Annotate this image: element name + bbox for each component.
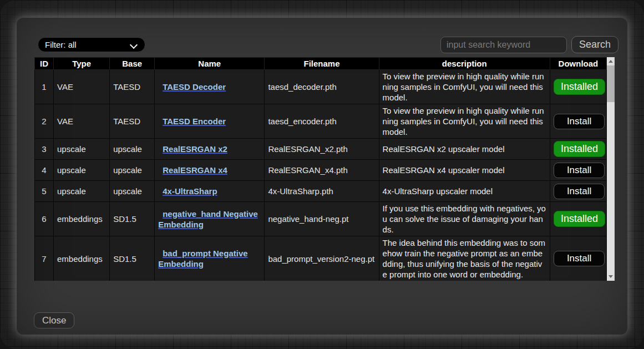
cell-download: Install [550, 181, 606, 202]
cell-name: negative_hand Negative Embedding [155, 202, 265, 236]
cell-type: upscale [54, 160, 110, 181]
cell-filename: RealESRGAN_x2.pth [265, 139, 379, 160]
cell-name: RealESRGAN x2 [155, 139, 265, 160]
cell-download: Install [550, 104, 606, 139]
cell-id: 1 [35, 70, 54, 104]
cell-id: 4 [35, 160, 54, 181]
install-button[interactable]: Install [554, 251, 605, 266]
install-button[interactable]: Install [554, 114, 605, 129]
model-name-link[interactable]: RealESRGAN x2 [163, 144, 227, 154]
cell-name: TAESD Decoder [155, 70, 265, 104]
filter-select-value: Filter: all [45, 40, 77, 49]
cell-type: embeddings [54, 236, 110, 281]
model-name-link[interactable]: TAESD Decoder [163, 82, 226, 92]
column-header-name: Name [155, 58, 265, 70]
comfyui-canvas-background: Filter: all Search IDTypeBaseNameFilenam… [0, 0, 644, 349]
table-row: 5upscaleupscale4x-UltraSharp4x-UltraShar… [35, 181, 607, 202]
column-header-id: ID [35, 58, 54, 70]
scrollbar-thumb[interactable] [607, 65, 615, 102]
install-button[interactable]: Install [554, 163, 605, 178]
cell-type: upscale [54, 139, 110, 160]
table-row: 7embeddingsSD1.5bad_prompt Negative Embe… [35, 236, 607, 281]
search-button[interactable]: Search [571, 36, 618, 53]
table-row: 4upscaleupscaleRealESRGAN x4RealESRGAN_x… [35, 160, 607, 181]
model-name-link[interactable]: bad_prompt Negative Embedding [158, 249, 247, 269]
cell-description: The idea behind this embedding was to so… [379, 236, 550, 281]
cell-description: If you use this embedding with negatives… [379, 202, 550, 236]
cell-filename: 4x-UltraSharp.pth [265, 181, 379, 202]
cell-type: embeddings [54, 202, 110, 236]
table-row: 2VAETAESDTAESD Encodertaesd_encoder.pthT… [35, 104, 607, 139]
cell-description: 4x-UltraSharp upscaler model [379, 181, 550, 202]
cell-id: 6 [35, 202, 54, 236]
cell-type: upscale [54, 181, 110, 202]
column-header-description: description [379, 58, 550, 70]
install-button[interactable]: Install [554, 184, 605, 199]
cell-id: 7 [35, 236, 54, 281]
cell-base: upscale [110, 181, 155, 202]
scrollbar-up-button[interactable] [607, 57, 615, 65]
cell-name: 4x-UltraSharp [155, 181, 265, 202]
cell-base: SD1.5 [110, 202, 155, 236]
model-name-link[interactable]: negative_hand Negative Embedding [158, 209, 258, 229]
cell-name: bad_prompt Negative Embedding [155, 236, 265, 281]
cell-description: RealESRGAN x2 upscaler model [379, 139, 550, 160]
chevron-down-icon [130, 41, 138, 49]
cell-base: TAESD [110, 70, 155, 104]
column-header-base: Base [110, 58, 155, 70]
arrow-down-icon [608, 275, 613, 278]
cell-description: To view the preview in high quality whil… [379, 70, 550, 104]
column-header-download: Download [550, 58, 606, 70]
scrollbar-down-button[interactable] [607, 272, 615, 281]
cell-filename: negative_hand-neg.pt [265, 202, 379, 236]
table-header-row: IDTypeBaseNameFilenamedescriptionDownloa… [35, 58, 607, 70]
cell-id: 5 [35, 181, 54, 202]
models-table: IDTypeBaseNameFilenamedescriptionDownloa… [34, 57, 607, 281]
cell-type: VAE [54, 104, 110, 139]
cell-name: TAESD Encoder [155, 104, 265, 139]
cell-type: VAE [54, 70, 110, 104]
cell-name: RealESRGAN x4 [155, 160, 265, 181]
installed-button[interactable]: Installed [554, 141, 605, 157]
cell-download: Installed [550, 139, 606, 160]
cell-filename: bad_prompt_version2-neg.pt [265, 236, 379, 281]
cell-download: Install [550, 236, 606, 281]
model-name-link[interactable]: TAESD Encoder [163, 117, 226, 126]
model-name-link[interactable]: RealESRGAN x4 [163, 165, 227, 175]
cell-base: SD1.5 [110, 236, 155, 281]
model-manager-dialog: Filter: all Search IDTypeBaseNameFilenam… [17, 18, 627, 335]
cell-download: Install [550, 160, 606, 181]
filter-select[interactable]: Filter: all [38, 37, 145, 52]
table-row: 3upscaleupscaleRealESRGAN x2RealESRGAN_x… [35, 139, 607, 160]
table-scrollbar[interactable] [607, 57, 615, 281]
cell-description: RealESRGAN x4 upscaler model [379, 160, 550, 181]
table-row: 6embeddingsSD1.5negative_hand Negative E… [35, 202, 607, 236]
column-header-filename: Filename [265, 58, 379, 70]
cell-base: TAESD [110, 104, 155, 139]
models-table-container: IDTypeBaseNameFilenamedescriptionDownloa… [34, 57, 615, 281]
column-header-type: Type [54, 58, 110, 70]
cell-filename: taesd_encoder.pth [265, 104, 379, 139]
cell-base: upscale [110, 139, 155, 160]
cell-id: 3 [35, 139, 54, 160]
cell-download: Installed [550, 202, 606, 236]
cell-description: To view the preview in high quality whil… [379, 104, 550, 139]
cell-filename: RealESRGAN_x4.pth [265, 160, 379, 181]
cell-base: upscale [110, 160, 155, 181]
installed-button[interactable]: Installed [554, 79, 605, 95]
cell-filename: taesd_decoder.pth [265, 70, 379, 104]
search-input[interactable] [440, 37, 567, 53]
installed-button[interactable]: Installed [554, 211, 605, 227]
cell-download: Installed [550, 70, 606, 104]
cell-id: 2 [35, 104, 54, 139]
close-button[interactable]: Close [34, 312, 74, 328]
model-name-link[interactable]: 4x-UltraSharp [163, 186, 217, 196]
arrow-up-icon [608, 60, 613, 63]
table-row: 1VAETAESDTAESD Decodertaesd_decoder.pthT… [35, 70, 607, 104]
